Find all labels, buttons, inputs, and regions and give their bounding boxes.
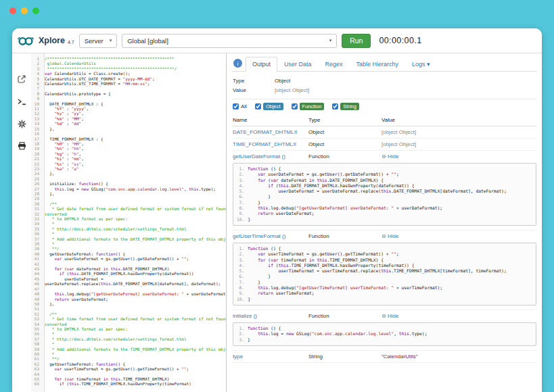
line-number: 31 xyxy=(31,206,42,211)
tab-regex[interactable]: Regex xyxy=(319,57,350,72)
editor-line: 52 /** xyxy=(31,312,226,316)
line-number: 34 xyxy=(31,221,42,226)
results-pane: i OutputUser DataRegexTable HierarchyLog… xyxy=(227,53,542,392)
editor-line: 47 xyxy=(31,287,226,291)
column-header-value: Value xyxy=(382,117,536,123)
editor-line: 33 * to DHTMLX format as per spec: xyxy=(31,216,226,221)
editor-line: 66 if (this.TIME_FORMAT_DHTMLX.hasOwnPro… xyxy=(31,381,226,386)
line-number: 1 xyxy=(31,56,42,61)
run-button[interactable]: Run xyxy=(342,34,371,48)
export-icon[interactable] xyxy=(16,74,27,84)
tab-output[interactable]: Output xyxy=(246,57,277,72)
results-table-body: DATE_FORMAT_DHTMLXObject[object Object]T… xyxy=(232,126,536,363)
hide-toggle-link[interactable]: ⊖ Hide xyxy=(382,153,536,160)
hide-toggle-link[interactable]: ⊖ Hide xyxy=(382,313,536,319)
table-row: initialize ()Function⊖ Hide1.function ()… xyxy=(232,310,536,351)
editor-line: 15 }, xyxy=(31,126,226,131)
editor-line: 13 "%m" : "MM", xyxy=(31,116,226,121)
filter-all[interactable]: All xyxy=(233,103,247,109)
filter-checkbox[interactable] xyxy=(332,103,338,109)
result-value: "CalendarUtils" xyxy=(382,353,536,360)
result-name-link[interactable]: TIME_FORMAT_DHTMLX xyxy=(233,141,308,147)
minimize-window-button[interactable] xyxy=(21,7,28,14)
summary-value: Object xyxy=(275,78,290,84)
xplore-logo-icon xyxy=(18,34,34,47)
filter-function[interactable]: Function xyxy=(292,103,325,110)
scope-combobox[interactable]: Global [global] ▾ xyxy=(122,34,337,48)
column-header-name: Name xyxy=(233,117,308,123)
app-window: Xplore 4.7 Server ▾ Global [global] ▾ Ru… xyxy=(12,28,542,392)
result-name-link[interactable]: type xyxy=(233,353,308,360)
filter-string[interactable]: String xyxy=(332,103,359,110)
result-value: [object Object] xyxy=(382,129,536,135)
line-number: 12 xyxy=(31,111,42,116)
editor-line: 34 * xyxy=(31,221,226,226)
result-name-link[interactable]: getUserDateFormat () xyxy=(233,153,308,160)
line-number: 32 xyxy=(31,212,42,216)
result-type: Function xyxy=(308,233,382,239)
app-version: 4.7 xyxy=(68,40,74,45)
editor-line: 50 }, xyxy=(31,301,226,306)
line-number: 21 xyxy=(31,156,42,161)
tab-logs[interactable]: Logs ▾ xyxy=(405,57,437,72)
editor-line: 64 xyxy=(31,372,226,376)
filter-label: String xyxy=(340,103,359,110)
print-icon[interactable] xyxy=(16,141,27,151)
editor-line: 11 "%Y" : "yyyy", xyxy=(31,106,226,111)
code-editor[interactable]: 1/**************************************… xyxy=(31,53,226,392)
line-number: 46 xyxy=(31,281,42,286)
zoom-window-button[interactable] xyxy=(32,7,39,14)
table-row: getUserDateFormat ()Function⊖ Hide1.func… xyxy=(232,151,536,230)
code-editor-lines: 1/**************************************… xyxy=(31,56,226,387)
editor-line: 10 DATE_FORMAT_DHTMLX : { xyxy=(31,101,226,106)
line-number: 54 xyxy=(31,322,42,326)
filter-label: All xyxy=(241,103,247,109)
editor-line: 4var CalendarUtils = Class.create(); xyxy=(31,71,226,76)
editor-line: 32converted xyxy=(31,212,226,216)
result-name-link[interactable]: DATE_FORMAT_DHTMLX xyxy=(233,129,308,135)
terminal-icon[interactable] xyxy=(16,96,27,107)
editor-line: 59 * Add additional formats to the TIME_… xyxy=(31,347,226,351)
editor-line: 48 this.log.debug("[getUserDateFormat] u… xyxy=(31,291,226,296)
hide-toggle-link[interactable]: ⊖ Hide xyxy=(382,233,536,239)
line-number: 50 xyxy=(31,301,42,306)
result-summary: TypeObjectValue[object Object] xyxy=(232,72,536,97)
tab-user-data[interactable]: User Data xyxy=(277,57,319,72)
editor-line: 37 * Add additional formats to the DATE_… xyxy=(31,237,226,241)
line-number: 65 xyxy=(31,376,42,381)
line-number: 14 xyxy=(31,121,42,126)
editor-line: 30 /** xyxy=(31,201,226,206)
filter-checkbox[interactable] xyxy=(255,103,261,109)
scope-value: Global [global] xyxy=(127,37,168,45)
line-number: 62 xyxy=(31,362,42,366)
line-number: 5 xyxy=(31,76,42,81)
editor-line: 49 return userDateFormat; xyxy=(31,297,226,301)
result-name-link[interactable]: getUserTimeFormat () xyxy=(233,233,308,239)
line-number: 25 xyxy=(31,176,42,181)
info-icon[interactable]: i xyxy=(233,59,242,68)
summary-label: Type xyxy=(233,78,275,84)
editor-line: 40 getUserDateFormat: function() { xyxy=(31,251,226,256)
editor-line: 12 "%y" : "yy", xyxy=(31,111,226,116)
editor-line: 35 * http://docs.dhtmlx.com/scheduler/se… xyxy=(31,226,226,231)
table-row: typeString"CalendarUtils" xyxy=(232,351,536,363)
server-select[interactable]: Server ▾ xyxy=(79,34,118,48)
tab-table-hierarchy[interactable]: Table Hierarchy xyxy=(350,57,406,72)
line-number: 8 xyxy=(31,91,42,96)
settings-gear-icon[interactable] xyxy=(16,118,27,129)
filter-checkbox[interactable] xyxy=(292,103,298,109)
table-row: TIME_FORMAT_DHTMLXObject[object Object] xyxy=(232,139,536,151)
line-number: 17 xyxy=(31,137,42,141)
close-window-button[interactable] xyxy=(9,7,16,14)
filter-object[interactable]: Object xyxy=(255,103,283,110)
result-name-link[interactable]: initialize () xyxy=(233,313,308,319)
filter-checkbox[interactable] xyxy=(233,103,239,109)
line-number: 30 xyxy=(31,201,42,206)
editor-line: 18 "%H" : "HH", xyxy=(31,141,226,146)
line-number: 26 xyxy=(31,181,42,186)
editor-line: 14 "%d" : "dd" xyxy=(31,121,226,126)
results-table: NameTypeValue DATE_FORMAT_DHTMLXObject[o… xyxy=(232,114,536,363)
line-number: 22 xyxy=(31,162,42,166)
editor-line: 27 this.log = new GSLog("com.snc.app.cal… xyxy=(31,187,226,191)
editor-line: 45 userDateFormat = xyxy=(31,276,226,281)
